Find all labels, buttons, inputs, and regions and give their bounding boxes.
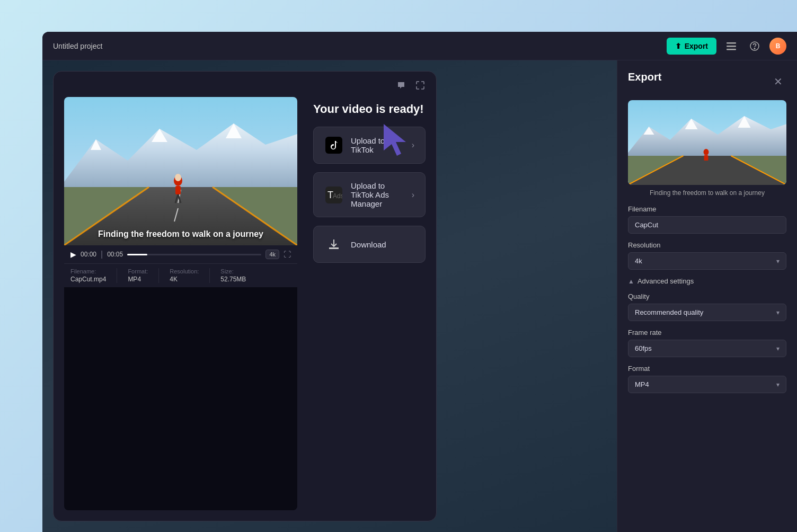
export-panel-title: Export — [628, 71, 661, 83]
svg-point-35 — [704, 149, 709, 155]
format-value: MP4 — [128, 276, 148, 283]
svg-rect-36 — [704, 155, 709, 161]
modal-content: Finding the freedom to walk on a journey… — [54, 97, 436, 521]
framerate-select[interactable]: 60fps ▾ — [628, 340, 786, 357]
quality-field-label: Quality — [628, 292, 786, 300]
format-select[interactable]: MP4 ▾ — [628, 376, 786, 393]
preview-caption: Finding the freedom to walk on a journey — [628, 189, 786, 197]
app-window: Untitled project ⬆ Export — [42, 32, 797, 532]
quality-select-value: Recommended quality — [635, 308, 703, 316]
filename-field-label: Filename — [628, 205, 786, 213]
project-title: Untitled project — [53, 42, 102, 50]
modal-header — [54, 72, 436, 97]
svg-point-22 — [175, 174, 181, 181]
top-bar-actions: ⬆ Export B — [667, 38, 786, 55]
video-controls: ▶ 00:00 | 00:05 4k ⛶ — [64, 245, 297, 263]
progress-bar[interactable] — [127, 254, 261, 255]
resolution-label: Resolution: — [170, 268, 199, 274]
top-bar: Untitled project ⬆ Export — [42, 32, 797, 60]
advanced-label: Advanced settings — [637, 277, 694, 285]
svg-rect-2 — [727, 49, 736, 50]
fullscreen-btn-sm[interactable]: ⛶ — [284, 250, 291, 259]
layers-button[interactable] — [723, 38, 740, 55]
progress-fill — [127, 254, 147, 255]
download-button[interactable]: Download — [313, 226, 426, 263]
fullscreen-button[interactable] — [413, 78, 428, 93]
download-icon — [324, 235, 343, 254]
advanced-settings-toggle[interactable]: ▲ Advanced settings — [628, 277, 786, 285]
meta-filename: Filename: CapCut.mp4 — [70, 268, 106, 283]
cursor-decoration — [384, 124, 415, 156]
format-select-value: MP4 — [635, 380, 649, 388]
quality-badge: 4k — [265, 250, 279, 259]
editor-area: Finding the freedom to walk on a journey… — [42, 60, 617, 532]
svg-marker-6 — [384, 124, 406, 156]
export-upload-icon: ⬆ — [675, 42, 681, 50]
upload-tiktok-ads-label: Upload to TikTok Ads Manager — [351, 181, 404, 208]
export-panel: Export ✕ — [617, 60, 797, 532]
panel-header: Export ✕ — [628, 71, 786, 92]
export-button[interactable]: ⬆ Export — [667, 38, 716, 55]
filename-label: Filename: — [70, 268, 106, 274]
play-button[interactable]: ▶ — [70, 250, 76, 259]
framerate-chevron-icon: ▾ — [776, 345, 780, 352]
resolution-select-value: 4k — [635, 257, 642, 265]
framerate-select-value: 60fps — [635, 344, 652, 352]
export-label: Export — [685, 42, 708, 50]
video-preview: Finding the freedom to walk on a journey… — [64, 97, 297, 510]
svg-rect-19 — [175, 186, 181, 194]
advanced-chevron-icon: ▲ — [628, 278, 634, 285]
ready-title: Your video is ready! — [313, 102, 426, 116]
framerate-field-label: Frame rate — [628, 329, 786, 336]
meta-resolution: Resolution: 4K — [170, 268, 199, 283]
resolution-select[interactable]: 4k ▾ — [628, 252, 786, 270]
content-area: Finding the freedom to walk on a journey… — [42, 60, 797, 532]
current-time: 00:00 — [81, 251, 96, 258]
resolution-value: 4K — [170, 276, 199, 283]
close-panel-button[interactable]: ✕ — [769, 73, 786, 90]
export-modal: Finding the freedom to walk on a journey… — [53, 71, 437, 521]
quality-chevron-icon: ▾ — [776, 309, 780, 316]
upload-tiktok-ads-button[interactable]: T Ads Upload to TikTok Ads Manager › — [313, 172, 426, 217]
meta-format: Format: MP4 — [128, 268, 148, 283]
avatar-button[interactable]: B — [769, 38, 786, 55]
svg-text:Ads: Ads — [333, 192, 342, 200]
help-button[interactable] — [746, 38, 763, 55]
quality-select[interactable]: Recommended quality ▾ — [628, 304, 786, 321]
svg-point-4 — [754, 48, 755, 49]
download-label: Download — [351, 240, 414, 249]
tiktok-ads-icon: T Ads — [324, 185, 343, 205]
preview-thumbnail — [628, 100, 786, 185]
resolution-field-label: Resolution — [628, 241, 786, 249]
resolution-chevron-icon: ▾ — [776, 258, 780, 265]
avatar-initial: B — [776, 42, 781, 50]
comment-button[interactable] — [394, 78, 409, 93]
size-value: 52.75MB — [220, 276, 246, 283]
tiktok-ads-arrow-icon: › — [412, 190, 414, 200]
total-time: 00:05 — [107, 251, 123, 258]
time-divider: | — [101, 250, 103, 259]
filename-value: CapCut.mp4 — [70, 276, 106, 283]
video-meta: Filename: CapCut.mp4 Format: MP4 Resolut… — [64, 263, 297, 287]
svg-rect-0 — [727, 42, 736, 44]
format-label: Format: — [128, 268, 148, 274]
size-label: Size: — [220, 268, 246, 274]
format-chevron-icon: ▾ — [776, 381, 780, 388]
video-caption: Finding the freedom to walk on a journey — [64, 229, 297, 239]
tiktok-icon — [324, 136, 343, 155]
filename-input[interactable] — [628, 216, 786, 234]
format-field-label: Format — [628, 365, 786, 373]
svg-rect-1 — [727, 46, 736, 47]
meta-size: Size: 52.75MB — [220, 268, 246, 283]
video-scene: Finding the freedom to walk on a journey — [64, 97, 297, 245]
